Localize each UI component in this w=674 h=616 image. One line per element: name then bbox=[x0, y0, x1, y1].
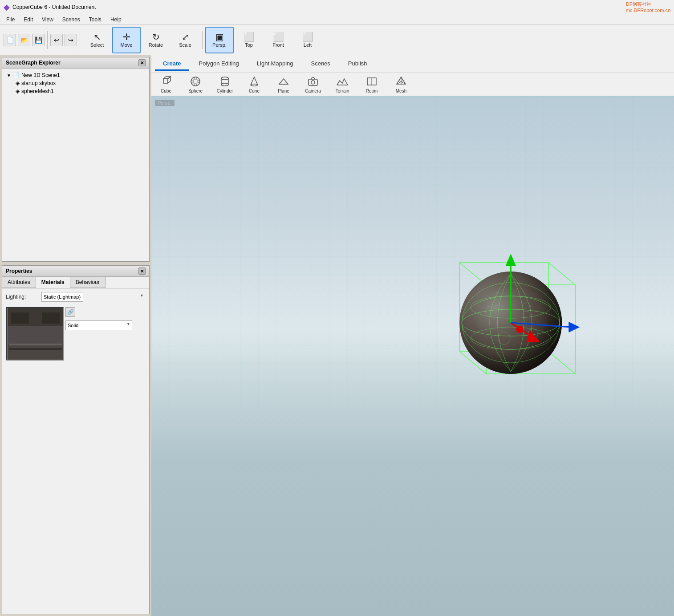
tree-root-item[interactable]: ▼ 📄 New 3D Scene1 bbox=[5, 71, 146, 79]
create-cube-button[interactable]: Cube bbox=[155, 73, 177, 95]
left-label: Left bbox=[304, 42, 312, 48]
sphere-label: sphereMesh1 bbox=[21, 88, 54, 94]
menu-item-view[interactable]: View bbox=[37, 16, 58, 24]
material-row: 🔗 Solid Transparent Wireframe Reflection bbox=[6, 305, 146, 361]
front-view-button[interactable]: ⬜ Front bbox=[264, 27, 292, 53]
svg-point-24 bbox=[311, 81, 315, 84]
move-label: Move bbox=[121, 42, 133, 48]
tab-publish[interactable]: Publish bbox=[340, 57, 375, 71]
top-view-button[interactable]: ⬜ Top bbox=[235, 27, 263, 53]
new-file-button[interactable]: 📄 bbox=[4, 34, 16, 46]
create-cylinder-button[interactable]: Cylinder bbox=[214, 73, 236, 95]
menu-bar: FileEditViewScenesToolsHelp bbox=[0, 14, 674, 25]
root-label: New 3D Scene1 bbox=[21, 72, 60, 78]
cube-label: Cube bbox=[161, 89, 171, 93]
scene-icon: 📄 bbox=[13, 72, 20, 78]
scale-tool-button[interactable]: ⤢ Scale bbox=[171, 27, 199, 53]
menu-item-edit[interactable]: Edit bbox=[19, 16, 37, 24]
tab-attributes[interactable]: Attributes bbox=[2, 277, 36, 288]
material-select-wrapper: Solid Transparent Wireframe Reflection bbox=[65, 320, 132, 330]
material-type-area: Solid Transparent Wireframe Reflection bbox=[65, 320, 132, 330]
tab-behaviour[interactable]: Behaviour bbox=[70, 277, 106, 288]
viewport[interactable]: Persp. bbox=[151, 96, 674, 616]
create-sphere-button[interactable]: Sphere bbox=[184, 73, 207, 95]
svg-point-55 bbox=[516, 326, 523, 333]
svg-point-15 bbox=[221, 77, 228, 80]
properties-panel: Properties ✕ Attributes Materials Behavi… bbox=[2, 265, 150, 614]
svg-rect-3 bbox=[11, 312, 29, 324]
create-camera-button[interactable]: Camera bbox=[302, 73, 324, 95]
create-terrain-button[interactable]: Terrain bbox=[331, 73, 353, 95]
undo-button[interactable]: ↩ bbox=[50, 34, 63, 46]
rotate-tool-button[interactable]: ↻ Rotate bbox=[142, 27, 170, 53]
menu-item-file[interactable]: File bbox=[2, 16, 19, 24]
select-tool-button[interactable]: ↖ Select bbox=[83, 27, 111, 53]
svg-rect-2 bbox=[7, 326, 64, 344]
object-container bbox=[433, 249, 602, 418]
tab-scenes[interactable]: Scenes bbox=[303, 57, 338, 71]
create-room-button[interactable]: Room bbox=[361, 73, 383, 95]
select-label: Select bbox=[90, 42, 104, 48]
tree-sphere-item[interactable]: ◈ sphereMesh1 bbox=[14, 87, 146, 95]
menu-item-scenes[interactable]: Scenes bbox=[58, 16, 85, 24]
redo-button[interactable]: ↪ bbox=[65, 34, 77, 46]
open-file-button[interactable]: 📂 bbox=[18, 34, 30, 46]
right-area: Create Polygon Editing Light Mapping Sce… bbox=[151, 55, 674, 616]
menu-item-tools[interactable]: Tools bbox=[85, 16, 106, 24]
svg-rect-8 bbox=[63, 308, 64, 361]
svg-point-14 bbox=[194, 77, 197, 86]
sep2 bbox=[80, 31, 80, 49]
svg-rect-7 bbox=[7, 308, 8, 361]
undo-redo-buttons: ↩ ↪ bbox=[50, 34, 77, 46]
cube-icon bbox=[160, 75, 172, 88]
sep3 bbox=[202, 31, 203, 49]
material-type-select[interactable]: Solid Transparent Wireframe Reflection bbox=[65, 320, 132, 330]
title-bar: ◆ CopperCube 6 - Untitled Document DF创客社… bbox=[0, 0, 674, 14]
tree-children: ◈ startup skybox ◈ sphereMesh1 bbox=[5, 79, 146, 95]
tree-skybox-item[interactable]: ◈ startup skybox bbox=[14, 79, 146, 87]
create-mesh-button[interactable]: Mesh bbox=[390, 73, 412, 95]
skybox-icon: ◈ bbox=[16, 80, 20, 86]
lighting-select[interactable]: Static (Lightmap) Dynamic None bbox=[41, 292, 83, 302]
svg-marker-57 bbox=[568, 322, 580, 332]
scene-graph-header: SceneGraph Explorer ✕ bbox=[2, 57, 149, 69]
move-icon: ✛ bbox=[123, 32, 130, 41]
cylinder-label: Cylinder bbox=[217, 89, 233, 93]
svg-marker-54 bbox=[526, 330, 540, 342]
tab-create[interactable]: Create bbox=[155, 57, 189, 71]
create-toolbar: Cube Sphere Cylinder bbox=[151, 73, 674, 96]
texture-link-button[interactable]: 🔗 bbox=[65, 307, 75, 317]
lighting-row: Lighting: Static (Lightmap) Dynamic None bbox=[6, 292, 146, 302]
move-tool-button[interactable]: ✛ Move bbox=[112, 27, 141, 53]
tab-materials[interactable]: Materials bbox=[36, 277, 70, 288]
app-icon: ◆ bbox=[4, 2, 10, 12]
scale-icon: ⤢ bbox=[182, 32, 189, 41]
left-icon: ⬜ bbox=[302, 32, 313, 41]
svg-marker-9 bbox=[163, 79, 168, 83]
3d-scene bbox=[386, 96, 648, 571]
view-tabs: Create Polygon Editing Light Mapping Sce… bbox=[151, 55, 674, 73]
persp-icon: ▣ bbox=[215, 32, 224, 41]
persp-view-button[interactable]: ▣ Persp. bbox=[205, 27, 234, 53]
menu-item-help[interactable]: Help bbox=[106, 16, 126, 24]
scene-graph-close-button[interactable]: ✕ bbox=[138, 59, 146, 66]
tab-polygon-editing[interactable]: Polygon Editing bbox=[191, 57, 247, 71]
scene-tree: ▼ 📄 New 3D Scene1 ◈ startup skybox ◈ sph… bbox=[2, 69, 149, 98]
scene-graph-title: SceneGraph Explorer bbox=[6, 60, 61, 66]
tab-light-mapping[interactable]: Light Mapping bbox=[249, 57, 301, 71]
texture-thumbnail[interactable] bbox=[6, 307, 64, 361]
create-cone-button[interactable]: Cone bbox=[243, 73, 265, 95]
svg-rect-4 bbox=[42, 312, 60, 324]
axis-arrows bbox=[433, 249, 602, 418]
save-file-button[interactable]: 💾 bbox=[32, 34, 45, 46]
properties-header: Properties ✕ bbox=[2, 266, 149, 277]
left-view-button[interactable]: ⬜ Left bbox=[293, 27, 322, 53]
terrain-icon bbox=[336, 75, 349, 88]
properties-close-button[interactable]: ✕ bbox=[138, 267, 146, 275]
svg-point-12 bbox=[191, 77, 200, 86]
svg-marker-52 bbox=[505, 254, 516, 266]
create-plane-button[interactable]: Plane bbox=[272, 73, 295, 95]
sphere-label: Sphere bbox=[188, 89, 203, 93]
cylinder-icon bbox=[219, 75, 231, 88]
sphere-icon: ◈ bbox=[16, 88, 20, 94]
